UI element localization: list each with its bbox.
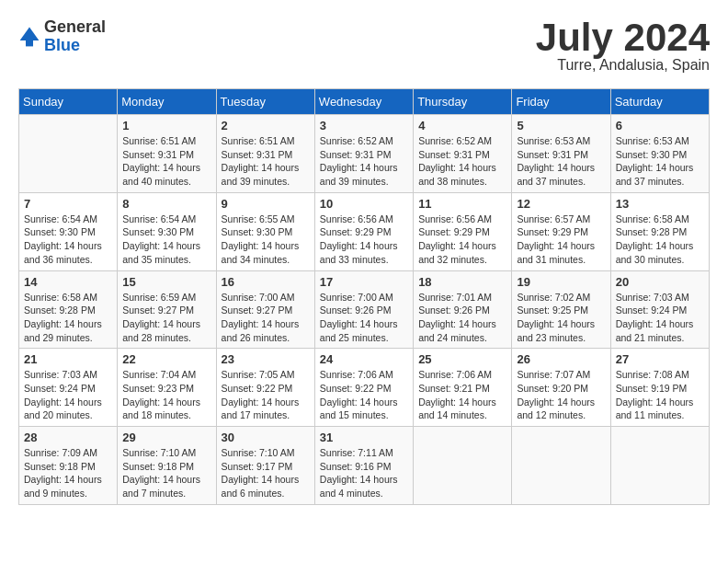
logo-text: General Blue <box>44 18 106 55</box>
day-number: 28 <box>24 431 112 444</box>
day-number: 22 <box>122 352 210 366</box>
day-info: Sunrise: 7:01 AM Sunset: 9:26 PM Dayligh… <box>418 291 506 345</box>
calendar-cell: 22Sunrise: 7:04 AM Sunset: 9:23 PM Dayli… <box>118 349 216 427</box>
week-row-3: 14Sunrise: 6:58 AM Sunset: 9:28 PM Dayli… <box>19 270 710 349</box>
day-number: 3 <box>320 119 408 132</box>
day-info: Sunrise: 7:04 AM Sunset: 9:23 PM Dayligh… <box>122 368 210 422</box>
day-number: 13 <box>616 197 704 211</box>
day-number: 12 <box>517 197 605 211</box>
day-number: 16 <box>222 275 310 289</box>
day-number: 26 <box>517 352 605 366</box>
day-number: 29 <box>122 431 210 444</box>
header-row: SundayMondayTuesdayWednesdayThursdayFrid… <box>19 89 710 115</box>
day-number: 23 <box>222 352 310 366</box>
day-info: Sunrise: 6:53 AM Sunset: 9:30 PM Dayligh… <box>616 134 704 189</box>
day-info: Sunrise: 6:59 AM Sunset: 9:27 PM Dayligh… <box>122 291 210 345</box>
week-row-5: 28Sunrise: 7:09 AM Sunset: 9:18 PM Dayli… <box>19 427 710 505</box>
day-info: Sunrise: 6:53 AM Sunset: 9:31 PM Dayligh… <box>517 134 605 189</box>
calendar-cell: 5Sunrise: 6:53 AM Sunset: 9:31 PM Daylig… <box>512 115 610 193</box>
day-info: Sunrise: 7:06 AM Sunset: 9:21 PM Dayligh… <box>418 368 506 422</box>
calendar-cell: 10Sunrise: 6:56 AM Sunset: 9:29 PM Dayli… <box>314 192 413 270</box>
calendar-cell: 4Sunrise: 6:52 AM Sunset: 9:31 PM Daylig… <box>414 115 512 193</box>
day-info: Sunrise: 7:10 AM Sunset: 9:17 PM Dayligh… <box>222 446 310 500</box>
day-header-saturday: Saturday <box>610 89 709 115</box>
calendar-cell: 2Sunrise: 6:51 AM Sunset: 9:31 PM Daylig… <box>216 115 314 193</box>
calendar-cell: 16Sunrise: 7:00 AM Sunset: 9:27 PM Dayli… <box>216 270 314 349</box>
day-info: Sunrise: 7:00 AM Sunset: 9:27 PM Dayligh… <box>222 291 310 345</box>
day-header-thursday: Thursday <box>414 89 512 115</box>
day-number: 6 <box>616 119 704 132</box>
day-number: 4 <box>418 119 506 132</box>
day-number: 10 <box>320 197 408 211</box>
day-number: 19 <box>517 275 605 289</box>
svg-rect-1 <box>26 40 33 46</box>
calendar-cell: 8Sunrise: 6:54 AM Sunset: 9:30 PM Daylig… <box>118 192 216 270</box>
day-info: Sunrise: 7:11 AM Sunset: 9:16 PM Dayligh… <box>320 446 408 500</box>
day-number: 11 <box>418 197 506 211</box>
day-info: Sunrise: 6:57 AM Sunset: 9:29 PM Dayligh… <box>517 213 605 267</box>
day-info: Sunrise: 7:03 AM Sunset: 9:24 PM Dayligh… <box>24 368 112 422</box>
day-info: Sunrise: 6:51 AM Sunset: 9:31 PM Dayligh… <box>222 134 310 189</box>
calendar-cell <box>19 115 118 193</box>
day-header-friday: Friday <box>512 89 610 115</box>
day-info: Sunrise: 7:08 AM Sunset: 9:19 PM Dayligh… <box>616 368 704 422</box>
day-header-monday: Monday <box>118 89 216 115</box>
calendar-cell: 24Sunrise: 7:06 AM Sunset: 9:22 PM Dayli… <box>314 349 413 427</box>
day-number: 31 <box>320 431 408 444</box>
calendar-cell: 29Sunrise: 7:10 AM Sunset: 9:18 PM Dayli… <box>118 427 216 505</box>
page-header: General Blue July 2024 Turre, Andalusia,… <box>18 18 710 74</box>
day-info: Sunrise: 7:07 AM Sunset: 9:20 PM Dayligh… <box>517 368 605 422</box>
logo-blue: Blue <box>44 37 106 55</box>
day-info: Sunrise: 7:00 AM Sunset: 9:26 PM Dayligh… <box>320 291 408 345</box>
day-header-tuesday: Tuesday <box>216 89 314 115</box>
day-number: 15 <box>122 275 210 289</box>
day-number: 25 <box>418 352 506 366</box>
logo-icon <box>18 26 40 48</box>
day-number: 14 <box>24 275 112 289</box>
day-number: 20 <box>616 275 704 289</box>
logo: General Blue <box>18 18 106 55</box>
calendar-cell: 3Sunrise: 6:52 AM Sunset: 9:31 PM Daylig… <box>314 115 413 193</box>
calendar-cell <box>610 427 709 505</box>
calendar-cell: 18Sunrise: 7:01 AM Sunset: 9:26 PM Dayli… <box>414 270 512 349</box>
calendar-cell: 31Sunrise: 7:11 AM Sunset: 9:16 PM Dayli… <box>314 427 413 505</box>
day-info: Sunrise: 6:52 AM Sunset: 9:31 PM Dayligh… <box>418 134 506 189</box>
calendar-table: SundayMondayTuesdayWednesdayThursdayFrid… <box>18 88 710 505</box>
week-row-4: 21Sunrise: 7:03 AM Sunset: 9:24 PM Dayli… <box>19 349 710 427</box>
day-info: Sunrise: 7:02 AM Sunset: 9:25 PM Dayligh… <box>517 291 605 345</box>
day-info: Sunrise: 7:09 AM Sunset: 9:18 PM Dayligh… <box>24 446 112 500</box>
calendar-cell: 23Sunrise: 7:05 AM Sunset: 9:22 PM Dayli… <box>216 349 314 427</box>
calendar-cell <box>512 427 610 505</box>
subtitle: Turre, Andalusia, Spain <box>536 57 710 74</box>
calendar-cell: 26Sunrise: 7:07 AM Sunset: 9:20 PM Dayli… <box>512 349 610 427</box>
day-number: 27 <box>616 352 704 366</box>
calendar-cell: 13Sunrise: 6:58 AM Sunset: 9:28 PM Dayli… <box>610 192 709 270</box>
calendar-cell: 12Sunrise: 6:57 AM Sunset: 9:29 PM Dayli… <box>512 192 610 270</box>
day-number: 30 <box>222 431 310 444</box>
svg-marker-0 <box>20 27 40 40</box>
week-row-1: 1Sunrise: 6:51 AM Sunset: 9:31 PM Daylig… <box>19 115 710 193</box>
day-info: Sunrise: 6:58 AM Sunset: 9:28 PM Dayligh… <box>24 291 112 345</box>
day-header-wednesday: Wednesday <box>314 89 413 115</box>
calendar-cell: 15Sunrise: 6:59 AM Sunset: 9:27 PM Dayli… <box>118 270 216 349</box>
day-info: Sunrise: 6:56 AM Sunset: 9:29 PM Dayligh… <box>320 213 408 267</box>
day-info: Sunrise: 6:56 AM Sunset: 9:29 PM Dayligh… <box>418 213 506 267</box>
main-title: July 2024 <box>536 18 710 57</box>
day-number: 2 <box>222 119 310 132</box>
day-info: Sunrise: 7:03 AM Sunset: 9:24 PM Dayligh… <box>616 291 704 345</box>
calendar-cell: 6Sunrise: 6:53 AM Sunset: 9:30 PM Daylig… <box>610 115 709 193</box>
calendar-cell: 7Sunrise: 6:54 AM Sunset: 9:30 PM Daylig… <box>19 192 118 270</box>
day-number: 7 <box>24 197 112 211</box>
day-header-sunday: Sunday <box>19 89 118 115</box>
calendar-cell: 11Sunrise: 6:56 AM Sunset: 9:29 PM Dayli… <box>414 192 512 270</box>
calendar-cell: 17Sunrise: 7:00 AM Sunset: 9:26 PM Dayli… <box>314 270 413 349</box>
calendar-cell: 25Sunrise: 7:06 AM Sunset: 9:21 PM Dayli… <box>414 349 512 427</box>
day-info: Sunrise: 6:54 AM Sunset: 9:30 PM Dayligh… <box>122 213 210 267</box>
day-info: Sunrise: 7:06 AM Sunset: 9:22 PM Dayligh… <box>320 368 408 422</box>
title-section: July 2024 Turre, Andalusia, Spain <box>536 18 710 74</box>
day-number: 1 <box>122 119 210 132</box>
day-info: Sunrise: 6:52 AM Sunset: 9:31 PM Dayligh… <box>320 134 408 189</box>
day-info: Sunrise: 7:05 AM Sunset: 9:22 PM Dayligh… <box>222 368 310 422</box>
calendar-cell: 27Sunrise: 7:08 AM Sunset: 9:19 PM Dayli… <box>610 349 709 427</box>
day-number: 18 <box>418 275 506 289</box>
